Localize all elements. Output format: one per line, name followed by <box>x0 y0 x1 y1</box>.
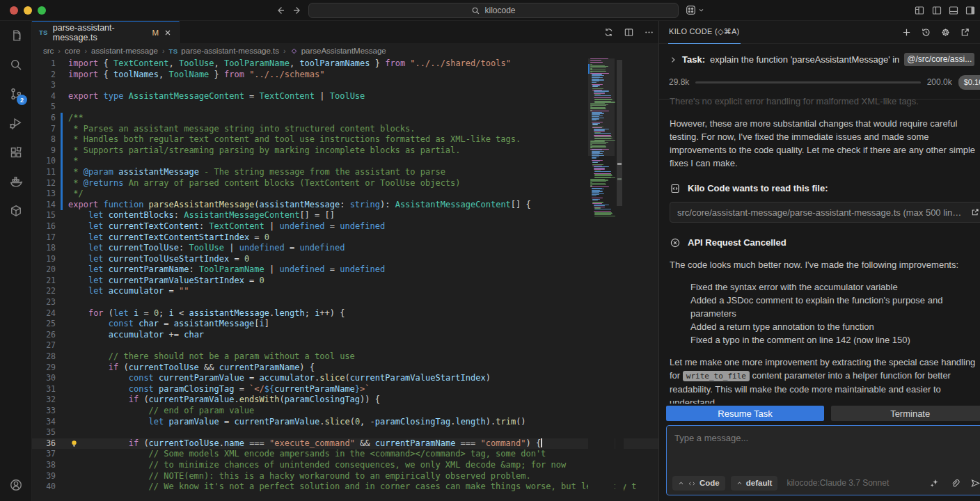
tokens-max: 200.0k <box>927 76 952 89</box>
sidebar-item-source-control[interactable]: 2 <box>0 79 32 109</box>
code-line[interactable]: 3 <box>32 80 658 91</box>
back-button[interactable] <box>275 5 286 16</box>
attach-file-icon[interactable] <box>950 479 960 488</box>
code-line[interactable]: 11 * @param assistantMessage - The strin… <box>32 167 658 178</box>
tab-close-icon[interactable] <box>164 29 172 37</box>
sidebar-item-search[interactable] <box>0 50 32 79</box>
send-message-icon[interactable] <box>970 478 980 488</box>
mode-label: Code <box>700 477 720 490</box>
code-line[interactable]: 17 let currentTextContentStartIndex = 0 <box>32 232 658 244</box>
code-line[interactable]: 14export function parseAssistantMessage(… <box>32 200 658 211</box>
breadcrumb-item[interactable]: core <box>65 47 80 55</box>
code-line[interactable]: 27 <box>32 340 658 351</box>
breadcrumb-item[interactable]: parseAssistantMessage <box>290 47 386 55</box>
more-actions-icon[interactable] <box>644 27 654 38</box>
code-line[interactable]: 32 if (currentParamValue.endsWith(paramC… <box>32 395 658 406</box>
code-line[interactable]: 26 accumulator += char <box>32 330 658 341</box>
chat-message-list[interactable]: There's no explicit error handling for m… <box>659 90 980 404</box>
tab-parse-assistant-message[interactable]: TS parse-assistant-message.ts M <box>32 21 180 43</box>
code-line[interactable]: 5 <box>32 102 658 113</box>
code-editor[interactable]: 1import { TextContent, ToolUse, ToolPara… <box>32 58 658 501</box>
minimap-slider[interactable] <box>588 58 615 156</box>
toggle-panel-icon[interactable] <box>948 5 959 16</box>
breadcrumb[interactable]: src›core›assistant-message›TSparse-assis… <box>32 43 658 58</box>
code-line[interactable]: 37 // Some models XML encode ampersands … <box>32 449 658 460</box>
code-line[interactable]: 34 let paramValue = currentParamValue.sl… <box>32 417 658 428</box>
toggle-secondary-sidebar-icon[interactable] <box>965 5 976 16</box>
breadcrumb-separator: › <box>162 47 165 55</box>
context-mention-chip[interactable]: @/src/core/assi... <box>904 53 974 66</box>
window-zoom-button[interactable] <box>38 6 46 15</box>
new-task-icon[interactable] <box>901 27 912 38</box>
terminate-button[interactable]: Terminate <box>831 406 980 421</box>
code-line[interactable]: 38 // to minimize chances of unintended … <box>32 460 658 471</box>
code-line[interactable]: 33 // end of param value <box>32 406 658 417</box>
toggle-sidebar-icon[interactable] <box>931 5 942 16</box>
code-line[interactable]: 10 * <box>32 156 658 167</box>
breadcrumb-item[interactable]: src <box>43 47 54 55</box>
window-minimize-button[interactable] <box>24 6 32 15</box>
enhance-prompt-icon[interactable] <box>929 478 940 488</box>
minimap[interactable] <box>588 58 615 501</box>
sidebar-item-docker[interactable] <box>0 167 32 196</box>
code-line[interactable]: 36 if (currentToolUse.name === "execute_… <box>32 438 658 450</box>
command-center-search[interactable]: kilocode <box>308 3 679 18</box>
code-line[interactable]: 1import { TextContent, ToolUse, ToolPara… <box>32 58 658 70</box>
resume-task-button[interactable]: Resume Task <box>666 406 824 421</box>
code-line[interactable]: 6/** <box>32 113 658 124</box>
panel-title[interactable]: KILO CODE (◇⌘A) <box>668 20 741 44</box>
split-editor-icon[interactable] <box>624 27 634 38</box>
code-line[interactable]: 39 // NOTE(emn): this is a hacky workaro… <box>32 471 658 482</box>
code-line[interactable]: 15 let contentBlocks: AssistantMessageCo… <box>32 210 658 221</box>
code-line[interactable]: 28 // there should not be a param withou… <box>32 351 658 363</box>
code-line[interactable]: 12 * @returns An array of parsed content… <box>32 178 658 189</box>
breadcrumb-item[interactable]: assistant-message <box>91 47 158 55</box>
code-line[interactable]: 30 const currentParamValue = accumulator… <box>32 373 658 384</box>
lightbulb-icon[interactable] <box>70 439 79 448</box>
code-line[interactable]: 22 let accumulator = "" <box>32 286 658 297</box>
forward-button[interactable] <box>292 5 303 16</box>
code-line[interactable]: 21 let currentParamValueStartIndex = 0 <box>32 276 658 287</box>
window-close-button[interactable] <box>10 6 18 15</box>
chevron-right-icon[interactable] <box>669 56 677 64</box>
open-in-editor-icon[interactable] <box>960 27 970 38</box>
modified-line-gutter <box>61 113 63 124</box>
line-number: 34 <box>32 417 56 428</box>
code-line[interactable]: 18 let currentToolUse: ToolUse | undefin… <box>32 243 658 254</box>
breadcrumb-item[interactable]: TSparse-assistant-message.ts <box>169 47 279 55</box>
code-line[interactable]: 31 const paramClosingTag = `</${currentP… <box>32 384 658 395</box>
sidebar-item-account[interactable] <box>0 470 32 500</box>
sidebar-item-explorer[interactable] <box>0 21 32 50</box>
breadcrumb-separator: › <box>283 47 286 55</box>
code-line[interactable]: 25 const char = assistantMessage[i] <box>32 319 658 330</box>
code-line[interactable]: 7 * Parses an assistant message string i… <box>32 124 658 135</box>
code-line[interactable]: 2import { toolNames, ToolName } from "..… <box>32 70 658 81</box>
code-line[interactable]: 13 */ <box>32 189 658 200</box>
code-line[interactable]: 35 <box>32 427 658 438</box>
code-line[interactable]: 29 if (currentToolUse && currentParamNam… <box>32 363 658 374</box>
file-chip[interactable]: src/core/assistant-message/parse-assista… <box>670 202 980 223</box>
code-line[interactable]: 23 <box>32 297 658 308</box>
task-text: explain the function 'parseAssistantMess… <box>710 53 899 66</box>
sidebar-item-run-debug[interactable] <box>0 109 32 138</box>
code-line[interactable]: 24 for (let i = 0; i < assistantMessage.… <box>32 308 658 319</box>
code-line[interactable]: 8 * Handles both regular text content an… <box>32 134 658 145</box>
settings-gear-icon[interactable] <box>940 27 951 38</box>
grid-menu-icon[interactable] <box>685 4 704 16</box>
open-changes-icon[interactable] <box>603 27 614 38</box>
profile-selector[interactable]: default <box>731 476 778 491</box>
editor-scrollbar[interactable] <box>615 58 624 501</box>
sidebar-item-extensions[interactable] <box>0 138 32 167</box>
code-line[interactable]: 16 let currentTextContent: TextContent |… <box>32 221 658 232</box>
mode-selector[interactable]: Code <box>672 476 725 491</box>
code-line[interactable]: 9 * Supports partial/streaming parsing b… <box>32 145 658 157</box>
customize-layout-icon[interactable] <box>914 5 925 16</box>
code-line[interactable]: 19 let currentToolUseStartIndex = 0 <box>32 254 658 265</box>
message-composer[interactable]: Type a message... Code default <box>666 425 980 495</box>
sidebar-item-containers[interactable] <box>0 196 32 225</box>
line-number: 33 <box>32 406 56 417</box>
code-line[interactable]: 4export type AssistantMessageContent = T… <box>32 91 658 102</box>
history-icon[interactable] <box>921 27 931 38</box>
code-line[interactable]: 40 // We know it's not a perfect solutio… <box>32 482 658 493</box>
code-line[interactable]: 20 let currentParamName: ToolParamName |… <box>32 264 658 276</box>
